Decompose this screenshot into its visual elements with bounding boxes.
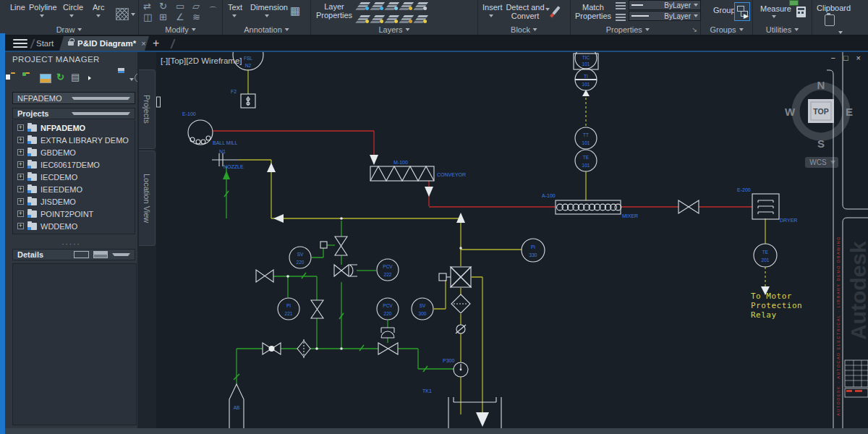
pid-diagram[interactable]: N S W E TOP WCS A [156,52,868,428]
polyline-dropdown-icon[interactable] [40,14,44,17]
refresh-icon[interactable]: ↻ [56,72,64,82]
project-image-icon[interactable] [40,74,51,83]
instrument-tags[interactable]: FSL N2 TIC 101 TI 101 TT 101 TE 101 TE 2… [244,55,770,316]
check-valve[interactable] [456,325,466,333]
viewport-label[interactable]: [-][Top][2D Wireframe] [161,56,242,65]
group-icon[interactable]: ▶ [734,2,750,21]
instrument-sv220[interactable] [289,247,311,268]
quickcalc-top-icon[interactable] [789,0,799,6]
clipboard-label[interactable]: Clipboard [817,4,851,12]
layers-panel-title[interactable]: Layers [378,25,409,34]
groups-panel-title[interactable]: Groups [710,25,743,34]
color-dropdown[interactable]: ByLayer [629,0,701,10]
offset-icon[interactable]: ⌒ [208,7,218,16]
expand-icon[interactable] [17,161,24,168]
layer-isolate-icon[interactable] [417,2,428,4]
expand-icon[interactable] [17,198,24,205]
rotate-icon[interactable]: ↻ [159,1,167,11]
instrument-sv300[interactable] [412,298,433,320]
expand-icon[interactable] [17,186,24,192]
instrument-pi221[interactable] [278,298,299,320]
scale-icon[interactable]: ▱ [192,1,200,11]
conveyor-m100[interactable] [370,166,434,181]
hatch-icon[interactable] [116,8,129,20]
motor-protection-note[interactable]: To Motor Protection Relay [751,292,802,320]
four-way-valve[interactable] [439,267,471,287]
line-button[interactable]: Line [10,3,25,12]
layer-on-icon[interactable] [359,2,370,4]
viewcube-west[interactable]: W [785,106,796,118]
expand-icon[interactable] [17,149,24,156]
details-section-header[interactable]: Details [12,249,135,260]
actuated-valve-small[interactable] [320,242,327,248]
clipboard-panel-title[interactable] [838,31,843,34]
dimension-button[interactable]: Dimension [250,3,288,12]
close-icon[interactable]: × [856,54,861,62]
wipeout-brush-icon[interactable] [552,6,560,15]
instrument-pi330[interactable] [522,239,545,262]
detect-convert-button[interactable]: Detect and Convert [506,3,545,20]
layer-properties-button[interactable]: Layer Properties [312,2,356,20]
table-icon[interactable]: ▦ [290,6,300,15]
menu-hamburger-icon[interactable] [13,39,27,48]
details-preview-icon[interactable] [93,251,109,258]
new-tab-button[interactable]: + [153,36,159,51]
arc-button[interactable]: Arc [93,3,105,12]
viewcube-south[interactable]: S [817,137,825,150]
tab-pid-diagram[interactable]: P&ID Diagram* × [59,36,149,51]
palette-tab-projects[interactable]: Projects [139,69,156,149]
group-button[interactable]: Group [713,6,736,14]
project-dropdown[interactable]: NFPADEMO [12,92,135,104]
fillet-icon[interactable]: ≋ [192,12,200,22]
layer-off-icon[interactable] [359,15,370,17]
tree-item-gbdemo[interactable]: GBDEMO [13,146,135,158]
circle-dropdown-icon[interactable] [69,14,74,17]
mirror-icon[interactable]: ◫ [143,12,152,22]
instrument-pcv220[interactable] [377,298,399,320]
expand-icon[interactable] [17,124,24,131]
print-dropdown-icon[interactable] [129,78,134,81]
draw-panel-title[interactable]: Draw [56,25,82,34]
details-list-icon[interactable] [74,251,89,258]
tree-item-point2point[interactable]: POINT2POINT [13,208,135,220]
lineweight-list-icon[interactable] [616,2,626,4]
ball-mill-e100[interactable] [188,120,213,145]
projects-section-header[interactable]: Projects [12,108,135,119]
text-button[interactable]: Text [228,3,242,12]
valve-vertical-2[interactable] [311,300,323,318]
layer-unlock-icon[interactable] [403,15,414,17]
restore-icon[interactable]: □ [843,54,848,62]
expand-icon[interactable] [17,137,24,143]
ball-valve[interactable] [263,343,281,354]
linetype-dropdown[interactable]: ByLayer [629,11,701,21]
expand-icon[interactable] [17,174,24,180]
tab-start[interactable]: Start [36,36,54,51]
move-icon[interactable]: ⇄ [143,1,151,11]
report-icon[interactable]: ▤ [71,72,80,82]
stretch-icon[interactable]: ▭ [176,1,184,11]
layer-match-icon[interactable] [374,15,385,17]
mixer-a100[interactable] [556,200,621,214]
hatch-dropdown-icon[interactable] [131,13,135,16]
drawing-canvas[interactable]: [-][Top][2D Wireframe] − □ × N S W E TOP… [156,52,868,428]
utilities-panel-title[interactable]: Utilities [766,25,799,34]
layer-walk-icon[interactable] [417,15,428,17]
circle-button[interactable]: Circle [63,3,83,12]
tree-item-wddemo[interactable]: WDDEMO [13,220,135,232]
expand-icon[interactable] [17,210,24,217]
panel-launcher-icon[interactable]: ↘ [692,26,697,33]
tree-item-jisdemo[interactable]: JISDEMO [13,195,135,208]
pipes-green[interactable] [224,166,454,384]
text-dropdown-icon[interactable] [232,14,237,17]
properties-panel-title[interactable]: Properties [606,25,650,34]
tree-item-iec60617demo[interactable]: IEC60617DEMO [13,158,135,171]
layer-current-icon[interactable] [388,15,399,17]
splitter-handle[interactable]: ····· [61,240,81,248]
filter-f2[interactable] [241,94,255,108]
valve-vertical-1[interactable] [335,237,347,255]
polyline-button[interactable]: Polyline [29,3,57,12]
linetype-list-icon[interactable] [616,14,626,15]
instrument-te201[interactable] [754,244,777,267]
insert-dropdown-icon[interactable] [489,14,493,17]
dryer-e200[interactable] [752,194,779,219]
